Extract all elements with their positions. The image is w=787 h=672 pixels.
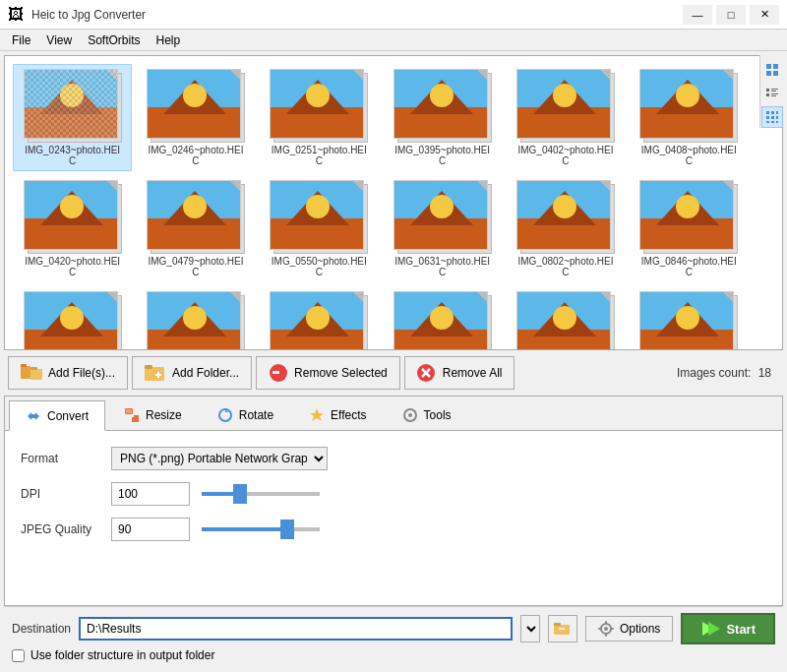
list-item[interactable]: IMG_1001~photo.HEIC: [383, 286, 502, 350]
list-item[interactable]: IMG_0550~photo.HEIC: [260, 175, 379, 282]
window-title: Heic to Jpg Converter: [31, 8, 675, 22]
add-folder-button[interactable]: Add Folder...: [132, 356, 252, 390]
list-item[interactable]: IMG_0933~photo.HEIC: [260, 286, 379, 350]
app-icon: 🖼: [8, 6, 24, 24]
menu-view[interactable]: View: [38, 31, 80, 49]
dpi-input[interactable]: [111, 482, 190, 506]
svg-rect-108: [776, 121, 778, 123]
jpeg-quality-slider-container: [202, 527, 766, 531]
folder-structure-checkbox[interactable]: [12, 649, 25, 662]
svg-rect-128: [554, 623, 561, 626]
main-container: IMG_0243~photo.HEICIMG_0246~photo.HEICIM…: [0, 51, 787, 672]
dpi-slider[interactable]: [202, 492, 320, 496]
list-item[interactable]: IMG_1055~photo.HEIC: [506, 286, 625, 350]
bottom-bar: Destination: [4, 606, 783, 668]
add-files-button[interactable]: Add File(s)...: [8, 356, 128, 390]
minimize-button[interactable]: —: [683, 5, 712, 25]
folder-structure-label: Use folder structure in output folder: [30, 648, 214, 662]
tools-icon: [402, 407, 418, 423]
list-item[interactable]: IMG_1099~photo.HEIC: [630, 286, 749, 350]
menu-bar: File View SoftOrbits Help: [0, 30, 787, 51]
svg-rect-99: [771, 95, 776, 96]
svg-rect-100: [766, 111, 769, 114]
jpeg-quality-slider[interactable]: [202, 527, 320, 531]
tab-effects[interactable]: Effects: [292, 400, 383, 430]
file-grid-outer: IMG_0243~photo.HEICIMG_0246~photo.HEICIM…: [4, 55, 783, 350]
svg-rect-104: [771, 116, 774, 119]
menu-file[interactable]: File: [4, 31, 38, 49]
view-icon-bar: [759, 55, 783, 128]
file-name-label: IMG_0402~photo.HEIC: [516, 145, 615, 166]
options-button[interactable]: Options: [585, 616, 673, 641]
svg-rect-123: [126, 409, 132, 413]
list-item[interactable]: IMG_0420~photo.HEIC: [13, 175, 132, 282]
browse-button[interactable]: [548, 615, 577, 642]
list-item[interactable]: IMG_0402~photo.HEIC: [506, 64, 625, 171]
jpeg-quality-input[interactable]: [111, 518, 190, 541]
svg-rect-112: [30, 367, 37, 370]
start-button[interactable]: Start: [681, 613, 775, 644]
svg-rect-96: [771, 91, 776, 92]
menu-help[interactable]: Help: [149, 31, 189, 49]
toolbar: Add File(s)... Add Folder... Remove Sele…: [4, 350, 783, 396]
window-controls: — □ ✕: [683, 5, 779, 25]
close-button[interactable]: ✕: [750, 5, 779, 25]
destination-input[interactable]: [79, 617, 513, 641]
list-item[interactable]: IMG_0900~photo.HEIC: [13, 286, 132, 350]
list-item[interactable]: IMG_0408~photo.HEIC: [630, 64, 749, 171]
list-item[interactable]: IMG_0802~photo.HEIC: [506, 175, 625, 282]
svg-rect-97: [766, 93, 769, 96]
view-list-icon[interactable]: [761, 83, 783, 104]
file-name-label: IMG_0479~photo.HEIC: [147, 256, 245, 277]
tab-tools[interactable]: Tools: [386, 400, 468, 430]
file-name-label: IMG_0846~photo.HEIC: [639, 256, 738, 277]
svg-rect-133: [605, 633, 607, 637]
svg-point-13: [306, 84, 330, 107]
file-name-label: IMG_0243~photo.HEIC: [24, 145, 122, 166]
svg-point-48: [430, 195, 454, 218]
view-large-icon[interactable]: [761, 59, 783, 81]
svg-rect-105: [776, 116, 778, 119]
svg-point-63: [60, 306, 84, 330]
remove-selected-button[interactable]: Remove Selected: [256, 356, 400, 390]
list-item[interactable]: IMG_0479~photo.HEIC: [136, 175, 255, 282]
destination-dropdown[interactable]: [520, 615, 540, 642]
add-folder-icon: [145, 364, 166, 382]
svg-point-88: [676, 306, 699, 330]
tab-convert[interactable]: Convert: [9, 400, 105, 431]
list-item[interactable]: IMG_0912~photo.HEIC: [136, 286, 255, 350]
format-select[interactable]: PNG (*.png) Portable Network GraphicsJPE…: [111, 447, 328, 470]
svg-rect-98: [771, 93, 778, 94]
svg-point-23: [553, 84, 576, 107]
tab-resize[interactable]: Resize: [107, 400, 199, 430]
svg-rect-102: [776, 111, 778, 114]
view-grid-icon[interactable]: [761, 106, 783, 128]
list-item[interactable]: IMG_0251~photo.HEIC: [260, 64, 379, 171]
file-grid-scroll[interactable]: IMG_0243~photo.HEICIMG_0246~photo.HEICIM…: [4, 55, 783, 350]
effects-icon: [309, 407, 325, 423]
svg-rect-132: [605, 621, 607, 625]
svg-point-38: [183, 195, 207, 218]
list-item[interactable]: IMG_0395~photo.HEIC: [383, 64, 502, 171]
convert-icon: [26, 408, 41, 424]
list-item[interactable]: IMG_0846~photo.HEIC: [630, 175, 749, 282]
svg-point-83: [553, 306, 576, 330]
svg-point-68: [183, 306, 207, 330]
svg-rect-127: [554, 625, 570, 635]
jpeg-quality-label: JPEG Quality: [21, 522, 99, 536]
remove-all-button[interactable]: Remove All: [404, 356, 515, 390]
options-gear-icon: [598, 621, 614, 637]
tab-rotate[interactable]: Rotate: [201, 400, 290, 430]
svg-point-28: [676, 84, 699, 107]
list-item[interactable]: IMG_0246~photo.HEIC: [136, 64, 255, 171]
dpi-label: DPI: [21, 487, 99, 501]
list-item[interactable]: IMG_0243~photo.HEIC: [13, 64, 132, 171]
remove-selected-icon: [269, 364, 288, 382]
list-item[interactable]: IMG_0631~photo.HEIC: [383, 175, 502, 282]
maximize-button[interactable]: □: [716, 5, 746, 25]
menu-softorbits[interactable]: SoftOrbits: [80, 31, 148, 49]
svg-rect-107: [771, 121, 774, 123]
svg-rect-135: [610, 628, 614, 630]
destination-label: Destination: [12, 622, 71, 636]
start-icon: [700, 621, 720, 637]
